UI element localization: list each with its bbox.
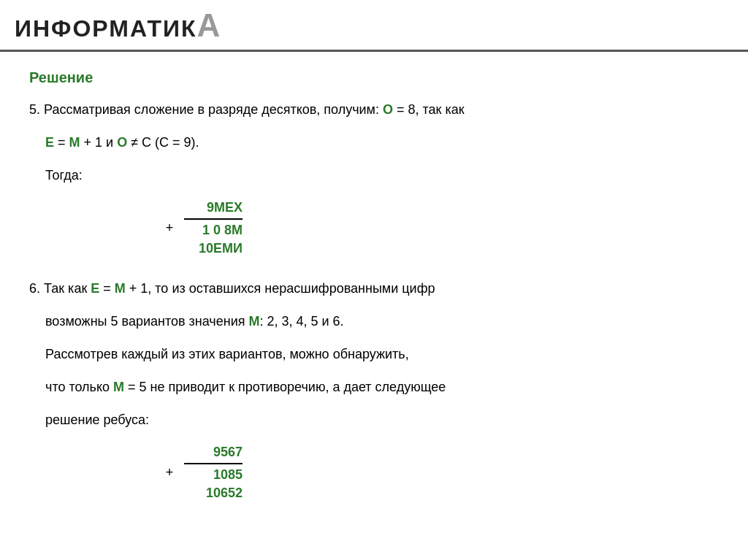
math6-plus-op: + [161,465,178,480]
item-5-eq1: = [54,135,69,150]
item-5-plus1: + 1 и [80,135,118,150]
item-5-o1: О [383,102,393,117]
item-5-neq: ≠ [127,135,142,150]
item-5-e: Е [45,135,54,150]
item-6-m: М [115,281,126,296]
math-row-result: 10ЕМИ [161,241,719,256]
item-5-m: М [69,135,80,150]
item-5-c-val: (С = 9). [151,135,199,150]
item-6-m3: М [113,380,124,394]
math6-row-addend2: + 1085 [161,463,719,483]
item-5-line3: Тогда: [45,165,719,186]
item-6-text1: Так как [44,281,91,296]
header-text: ИНФОРМАТИК [15,15,196,42]
section-item-5: 5. Рассматривая сложение в разряде десят… [29,99,719,256]
item-6-line3: Рассмотрев каждый из этих вариантов, мож… [45,344,719,365]
item-6-math: 9567 + 1085 10652 [161,445,719,501]
header-big-letter: А [196,7,221,43]
item-6-line1: 6. Так как Е = М + 1, то из оставшихся н… [29,278,719,299]
math6-addend1-value: 9567 [184,445,243,460]
item-6-text4: = 5 не приводит к противоречию, а дает с… [124,380,446,394]
section-title: Решение [29,69,719,86]
item-6-line2: возможны 5 вариантов значения М: 2, 3, 4… [45,311,719,332]
math-addend2-value: 1 0 8М [184,218,243,238]
item-6-line4: что только М = 5 не приводит к противоре… [45,377,719,398]
math-addend1-value: 9МЕХ [184,200,243,215]
item-5-line2: Е = М + 1 и О ≠ С (С = 9). [45,132,719,153]
item-5-text2: = 8, так как [393,102,465,117]
math-result-value: 10ЕМИ [184,241,243,256]
item-6-text3: что только [45,380,113,394]
item-5-text1: Рассматривая сложение в разряде десятков… [44,102,383,117]
page-header: ИНФОРМАТИКА [0,0,748,52]
item-6-text2: возможны 5 вариантов значения [45,314,248,329]
item-5-number: 5. [29,102,40,117]
item-6-number: 6. [29,281,40,296]
item-6-values: : 2, 3, 4, 5 и 6. [259,314,343,329]
item-6-line5: решение ребуса: [45,410,719,431]
item-5-c: С [142,135,151,150]
math-row-addend1: 9МЕХ [161,200,719,215]
main-content: Решение 5. Рассматривая сложение в разря… [0,52,748,540]
item-6-eq: = [99,281,115,296]
math6-row-result: 10652 [161,486,719,501]
math-plus-op: + [161,220,178,236]
item-5-o2: О [117,135,127,150]
math-row-addend2: + 1 0 8М [161,218,719,238]
item-6-e: Е [91,281,99,296]
math6-result-value: 10652 [184,486,243,501]
math6-addend2-value: 1085 [184,463,243,483]
math6-row-addend1: 9567 [161,445,719,460]
item-5-line1: 5. Рассматривая сложение в разряде десят… [29,99,719,120]
item-6-m2: М [248,314,259,329]
item-6-plus: + 1, то из оставшихся нерасшифрованными … [126,281,435,296]
item-5-math: 9МЕХ + 1 0 8М 10ЕМИ [161,200,719,256]
section-item-6: 6. Так как Е = М + 1, то из оставшихся н… [29,278,719,501]
header-title: ИНФОРМАТИКА [15,7,221,44]
